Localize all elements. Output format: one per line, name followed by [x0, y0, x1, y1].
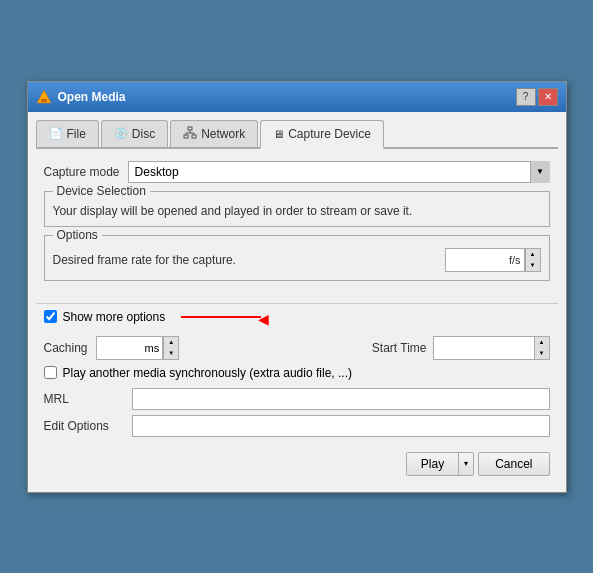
open-media-dialog: Open Media ? ✕ 📄 File 💿 Disc [27, 81, 567, 493]
play-button-group: Play ▾ [406, 452, 474, 476]
start-time-down[interactable]: ▼ [535, 348, 549, 359]
frame-rate-label: Desired frame rate for the capture. [53, 253, 236, 267]
caching-input[interactable]: 300 [97, 337, 142, 359]
start-time-spinner: ▲ ▼ [534, 337, 549, 359]
edit-options-input[interactable]: :screen-fps=10.000000 :live-caching=300 [132, 415, 550, 437]
show-more-row: Show more options ◀ [36, 310, 558, 324]
caching-label: Caching [44, 341, 88, 355]
tab-network[interactable]: Network [170, 120, 258, 147]
mrl-row: MRL screen:// [44, 388, 550, 410]
show-more-checkbox[interactable] [44, 310, 57, 323]
play-sync-label[interactable]: Play another media synchronously (extra … [63, 366, 352, 380]
tab-file[interactable]: 📄 File [36, 120, 99, 147]
edit-options-row: Edit Options :screen-fps=10.000000 :live… [44, 415, 550, 437]
play-dropdown-button[interactable]: ▾ [459, 453, 473, 475]
title-bar: Open Media ? ✕ [28, 82, 566, 112]
start-time-group: Start Time 00H:00m:00s.000 ▲ ▼ [372, 336, 550, 360]
play-sync-checkbox[interactable] [44, 366, 57, 379]
caching-unit: ms [142, 337, 164, 359]
frame-rate-input[interactable]: 10.00 [446, 249, 506, 271]
capture-mode-label: Capture mode [44, 165, 120, 179]
divider-1 [36, 303, 558, 304]
capture-icon: 🖥 [273, 128, 284, 140]
capture-mode-select[interactable]: Desktop DirectShow TV - digital TV - ana… [128, 161, 550, 183]
caching-up[interactable]: ▲ [164, 337, 178, 348]
play-sync-row: Play another media synchronously (extra … [44, 366, 550, 380]
mrl-label: MRL [44, 392, 124, 406]
device-selection-group: Device Selection Your display will be op… [44, 191, 550, 227]
button-row: Play ▾ Cancel [36, 446, 558, 484]
cancel-button[interactable]: Cancel [478, 452, 549, 476]
capture-mode-select-wrapper: Desktop DirectShow TV - digital TV - ana… [128, 161, 550, 183]
file-icon: 📄 [49, 127, 63, 140]
arrow-indicator: ◀ [171, 316, 261, 318]
dialog-title: Open Media [58, 90, 126, 104]
frame-rate-row: Desired frame rate for the capture. 10.0… [53, 248, 541, 272]
network-icon [183, 126, 197, 142]
device-selection-message: Your display will be opened and played i… [53, 204, 541, 218]
frame-rate-spinner: ▲ ▼ [525, 249, 540, 271]
more-options-section: Caching 300 ms ▲ ▼ Start Time 00H:00m:00… [36, 332, 558, 446]
options-group: Options Desired frame rate for the captu… [44, 235, 550, 281]
window-controls: ? ✕ [516, 88, 558, 106]
help-button[interactable]: ? [516, 88, 536, 106]
capture-mode-row: Capture mode Desktop DirectShow TV - dig… [44, 161, 550, 183]
caching-row: Caching 300 ms ▲ ▼ Start Time 00H:00m:00… [44, 336, 550, 360]
frame-rate-spinbox: 10.00 f/s ▲ ▼ [445, 248, 541, 272]
tab-disc-label: Disc [132, 127, 155, 141]
vlc-icon [36, 89, 52, 105]
frame-rate-down[interactable]: ▼ [526, 260, 540, 271]
tab-content: Capture mode Desktop DirectShow TV - dig… [36, 157, 558, 297]
frame-rate-unit: f/s [506, 249, 525, 271]
start-time-label: Start Time [372, 341, 427, 355]
start-time-spinbox: 00H:00m:00s.000 ▲ ▼ [433, 336, 550, 360]
play-button[interactable]: Play [407, 453, 459, 475]
svg-rect-4 [192, 135, 196, 138]
caching-spinner: ▲ ▼ [163, 337, 178, 359]
svg-rect-2 [188, 127, 192, 130]
svg-rect-1 [41, 99, 47, 102]
edit-options-label: Edit Options [44, 419, 124, 433]
show-more-label[interactable]: Show more options [63, 310, 166, 324]
close-button[interactable]: ✕ [538, 88, 558, 106]
disc-icon: 💿 [114, 127, 128, 140]
start-time-input[interactable]: 00H:00m:00s.000 [434, 337, 534, 359]
tab-capture-label: Capture Device [288, 127, 371, 141]
caching-spinbox: 300 ms ▲ ▼ [96, 336, 180, 360]
tab-file-label: File [67, 127, 86, 141]
frame-rate-up[interactable]: ▲ [526, 249, 540, 260]
svg-rect-3 [184, 135, 188, 138]
mrl-input[interactable]: screen:// [132, 388, 550, 410]
tab-capture[interactable]: 🖥 Capture Device [260, 120, 384, 149]
tab-network-label: Network [201, 127, 245, 141]
device-selection-title: Device Selection [53, 184, 150, 198]
tab-bar: 📄 File 💿 Disc [36, 120, 558, 149]
dialog-body: 📄 File 💿 Disc [28, 112, 566, 492]
options-title: Options [53, 228, 102, 242]
start-time-up[interactable]: ▲ [535, 337, 549, 348]
tab-disc[interactable]: 💿 Disc [101, 120, 168, 147]
caching-down[interactable]: ▼ [164, 348, 178, 359]
